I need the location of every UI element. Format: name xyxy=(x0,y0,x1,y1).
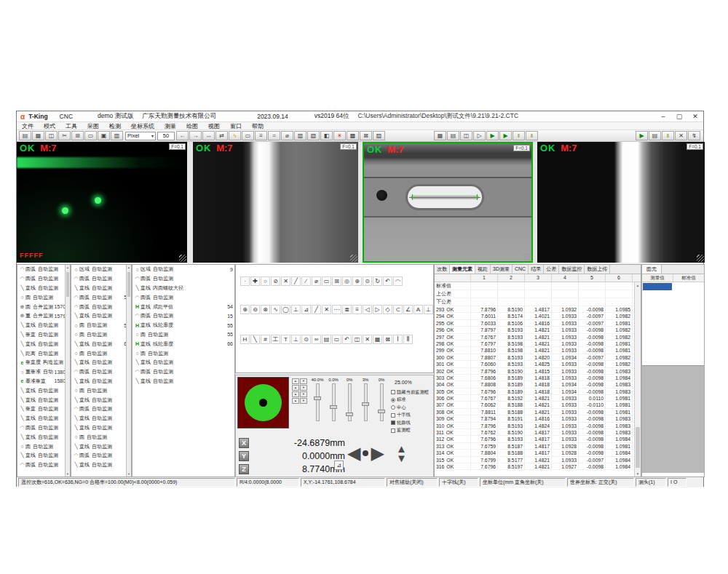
list-item[interactable]: ╲ 直线 自动监测 xyxy=(17,395,70,404)
scroll-up-icon[interactable]: ▴ xyxy=(635,282,641,288)
list-item[interactable]: ◠ 圆弧 自动监测 xyxy=(71,367,131,377)
option-row[interactable]: 标准 xyxy=(391,396,434,404)
toolbar-button[interactable]: ▧ xyxy=(307,131,320,140)
list-item[interactable]: ◠ 圆弧 自动监测 xyxy=(71,451,131,461)
table-tab[interactable]: 次数 xyxy=(435,265,450,274)
stepper-button[interactable]: ▾ xyxy=(300,378,307,384)
list-item[interactable]: H 直线 线轮廓度 66 xyxy=(132,339,234,348)
tool-icon[interactable]: Ⅱ xyxy=(403,335,413,344)
tool-icon[interactable]: ⌀ xyxy=(312,276,321,286)
light-slider[interactable] xyxy=(341,383,357,421)
list-item[interactable]: ○ 圆 自动监测 xyxy=(71,386,131,395)
list-item[interactable]: ╲ 距离 自动监测 xyxy=(17,348,70,358)
list-item[interactable]: ╲ 直线 内圆螺纹大径 xyxy=(132,284,234,293)
scrollbar[interactable]: ▴ ▾ xyxy=(65,265,70,477)
tool-icon[interactable]: ⊿ xyxy=(301,305,311,314)
toolbar-button[interactable]: ▥ xyxy=(294,131,306,140)
stepper-button[interactable]: ▴ xyxy=(292,398,299,404)
toolbar-button[interactable]: ▶ xyxy=(499,131,512,140)
scroll-down-icon[interactable]: ▾ xyxy=(66,471,70,477)
toolbar-button[interactable]: ▤ xyxy=(19,131,31,140)
tool-icon[interactable]: ⊖ xyxy=(250,305,260,314)
toolbar-button[interactable]: ✳ xyxy=(333,131,346,140)
tool-icon[interactable]: ▤ xyxy=(322,335,331,344)
menu-item[interactable]: 检测 xyxy=(104,122,126,130)
tool-icon[interactable]: ↶ xyxy=(342,335,352,344)
list-item[interactable]: H 直线 成距平值 54 xyxy=(132,302,234,311)
scrollbar-thumb[interactable] xyxy=(127,272,130,297)
magnification-box[interactable]: 50 xyxy=(157,132,175,140)
jog-down-icon[interactable]: ▼ xyxy=(396,453,407,463)
tool-icon[interactable]: ◎ xyxy=(342,276,352,286)
tool-icon[interactable]: ⊥ xyxy=(291,305,301,314)
list-item[interactable]: ◠ 圆弧 自动监测 15 xyxy=(132,311,234,321)
tool-icon[interactable]: ⊠ xyxy=(383,335,392,344)
list-item[interactable]: ╲ 直线 自动监测 xyxy=(17,451,70,461)
list-item[interactable]: ◠ 圆弧 自动监测 xyxy=(132,274,234,284)
tool-icon[interactable]: ○ xyxy=(261,276,270,286)
list-item[interactable]: ○ 区域 自动监测 9 xyxy=(71,265,131,274)
list-item[interactable]: ╲ 直线 自动监测 xyxy=(132,358,234,367)
tool-icon[interactable]: ◯ xyxy=(281,305,290,314)
tool-icon[interactable]: ✚ xyxy=(250,276,260,286)
list-item[interactable]: ◠ 圆弧 自动监测 xyxy=(132,367,234,377)
list-item[interactable]: ○ 圆 自动监测 xyxy=(71,432,131,442)
table-row[interactable]: 313OK 7.6759 8.5187 1.4817 1.0928 -0.009… xyxy=(435,443,641,450)
table-tab[interactable]: 数据上传 xyxy=(585,265,610,274)
tool-icon[interactable]: ╲ xyxy=(250,335,260,344)
list-item[interactable]: ╲ 直线 自动监测 xyxy=(17,386,70,395)
option-row[interactable]: 监测框 xyxy=(391,427,434,435)
list-item[interactable]: ⊕ 重 合并监测 15794 xyxy=(17,311,70,321)
table-tab[interactable]: 视距 xyxy=(475,265,491,274)
tool-icon[interactable]: H xyxy=(240,335,250,344)
tool-icon[interactable]: Ⅰ xyxy=(393,335,403,344)
pixel-mode-select[interactable]: Pixel ▾ xyxy=(125,132,156,140)
toolbar-button[interactable]: ⇄ xyxy=(215,131,228,140)
tool-icon[interactable]: ▷ xyxy=(373,305,382,314)
menu-item[interactable]: 绘图 xyxy=(181,122,203,130)
tool-icon[interactable]: ▦ xyxy=(373,335,382,344)
tool-icon[interactable]: A xyxy=(414,305,423,314)
tolerance-row[interactable]: 上公差 xyxy=(435,290,641,298)
list-item[interactable]: ╲ 垂直 自动监测 xyxy=(17,404,70,414)
table-tab[interactable]: 3D测量 xyxy=(491,265,513,274)
toolbar-button[interactable]: ✂ xyxy=(58,131,71,140)
menu-item[interactable]: 测量 xyxy=(159,122,181,130)
list-item[interactable]: ○ 区域 自动监测 9 xyxy=(132,265,234,274)
menu-item[interactable]: 模式 xyxy=(39,122,60,130)
minimize-button[interactable]: – xyxy=(655,111,671,122)
list-item[interactable]: ╲ 直线 自动监测 xyxy=(17,432,70,442)
list-item[interactable]: ╲ 直线 自动监测 xyxy=(71,461,131,470)
tool-icon[interactable]: ╱ xyxy=(312,305,321,314)
tolerance-row[interactable]: 标准值 xyxy=(435,282,641,290)
list-item[interactable]: ╲ 直线 自动监测 xyxy=(71,358,131,367)
table-tab[interactable]: 公差 xyxy=(544,265,559,274)
tool-icon[interactable]: ▭ xyxy=(322,276,331,286)
list-item[interactable]: ○ 圆 自动监测 55 xyxy=(132,330,234,340)
table-row[interactable]: 306OK 7.6767 8.5192 1.4821 1.0933 0.0110… xyxy=(435,395,641,402)
tolerance-row[interactable]: 下公差 xyxy=(435,298,641,306)
checkbox-icon[interactable] xyxy=(391,413,395,418)
scrollbar-thumb[interactable] xyxy=(636,427,640,468)
tool-icon[interactable]: ∕ xyxy=(301,276,311,286)
list-item[interactable]: ╲ 直线 自动监测 xyxy=(71,284,131,293)
list-item[interactable]: ╲ 直线 自动监测 xyxy=(17,321,70,330)
list-item[interactable]: ◠ 圆弧 自动监测 xyxy=(17,265,70,274)
tool-icon[interactable]: ∠ xyxy=(403,305,413,314)
list-item[interactable]: ◠ 圆弧 自动监测 54 xyxy=(71,292,131,302)
option-row[interactable]: 十字线 xyxy=(391,412,434,420)
toolbar-button[interactable]: ▣ xyxy=(98,131,110,140)
table-row[interactable]: 303OK 7.6806 8.5189 1.4818 1.0933 -0.009… xyxy=(435,375,641,381)
menu-item[interactable]: 坐标系统 xyxy=(126,122,159,130)
tool-icon[interactable]: ◁ xyxy=(363,305,372,314)
tool-icon[interactable]: ⊕ xyxy=(240,305,250,314)
stepper-button[interactable]: ▴ xyxy=(292,385,299,391)
slider-thumb[interactable] xyxy=(330,405,337,409)
toolbar-button[interactable]: ◫ xyxy=(45,131,58,140)
table-row[interactable]: 316OK 7.6796 8.5197 1.4821 1.0927 -0.009… xyxy=(435,463,641,470)
light-preview[interactable] xyxy=(237,377,289,428)
list-item[interactable]: ╲ 直线 自动监测 xyxy=(132,377,234,386)
tool-icon[interactable]: ⊙ xyxy=(301,335,311,344)
toolbar-button[interactable]: ▨ xyxy=(373,131,385,140)
option-row[interactable]: 中心 xyxy=(391,404,434,412)
